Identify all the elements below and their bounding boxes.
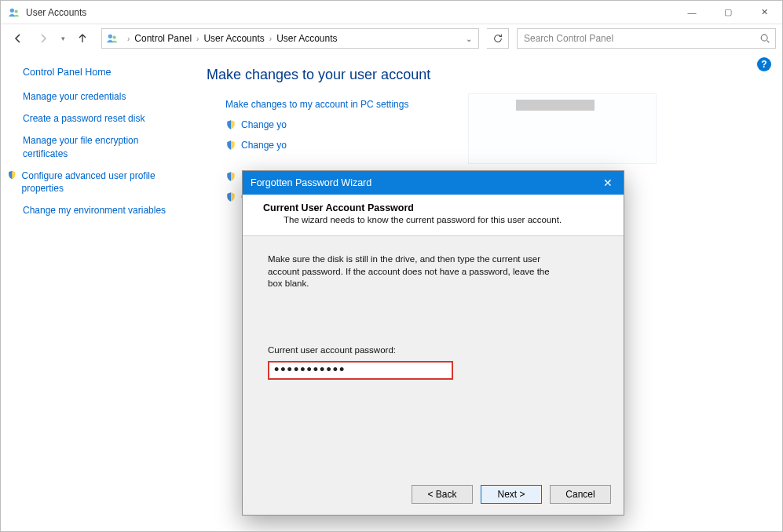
window-title: User Accounts [26,7,86,18]
cancel-button[interactable]: Cancel [550,485,611,504]
svg-point-1 [15,9,18,13]
shield-icon [225,171,236,182]
back-button[interactable]: < Back [412,485,473,504]
dialog-close-button[interactable]: ✕ [592,171,624,195]
search-icon[interactable] [755,33,775,44]
password-label: Current user account password: [268,345,598,355]
page-title: Make changes to your user account [207,67,765,83]
breadcrumb-expand[interactable]: ⌄ [463,35,475,43]
svg-point-3 [113,36,116,39]
sidebar-link-reset-disk[interactable]: Create a password reset disk [23,112,181,125]
wizard-dialog: Forgotten Password Wizard ✕ Current User… [242,170,624,516]
breadcrumb-item[interactable]: User Accounts [203,33,264,44]
next-button[interactable]: Next > [481,485,542,504]
sidebar-link-encryption[interactable]: Manage your file encryption certificates [23,134,181,159]
up-button[interactable] [71,27,93,49]
dialog-header: Current User Account Password The wizard… [243,195,624,236]
account-thumb [516,100,595,111]
navbar: ▾ › Control Panel › User Accounts › User… [1,24,782,53]
dialog-instruction: Make sure the disk is still in the drive… [268,253,551,290]
app-icon [7,5,21,20]
password-input[interactable]: ••••••••••• [268,361,453,380]
breadcrumb-item[interactable]: Control Panel [134,33,192,44]
back-button[interactable] [7,27,29,49]
breadcrumb-item[interactable]: User Accounts [276,33,337,44]
search-input[interactable] [518,29,755,48]
sidebar-link-profile-props[interactable]: Configure advanced user profile properti… [7,169,181,195]
titlebar: User Accounts — ▢ ✕ [1,1,782,24]
control-panel-home-link[interactable]: Control Panel Home [23,67,181,78]
shield-icon [225,191,236,202]
chevron-right-icon: › [127,35,130,43]
dialog-header-sub: The wizard needs to know the current pas… [284,215,603,224]
maximize-button[interactable]: ▢ [710,1,746,24]
content-area: Control Panel Home Manage your credentia… [1,53,782,531]
sidebar-link-env-vars[interactable]: Change my environment variables [23,204,181,217]
svg-point-4 [761,35,767,41]
shield-icon [225,140,236,151]
dialog-titlebar[interactable]: Forgotten Password Wizard ✕ [243,171,624,195]
dialog-body: Make sure the disk is still in the drive… [243,236,624,397]
help-icon[interactable]: ? [757,57,771,71]
refresh-button[interactable] [487,28,509,49]
chevron-right-icon: › [196,35,199,43]
close-button[interactable]: ✕ [746,1,782,24]
dialog-header-title: Current User Account Password [263,202,603,213]
dialog-button-row: < Back Next > Cancel [412,485,611,504]
forward-button[interactable] [32,27,54,49]
dialog-title: Forgotten Password Wizard [251,177,371,188]
sidebar-link-credentials[interactable]: Manage your credentials [23,90,181,103]
breadcrumb-bar[interactable]: › Control Panel › User Accounts › User A… [101,28,479,49]
sidebar: Control Panel Home Manage your credentia… [1,53,189,531]
breadcrumb-icon [105,31,119,46]
svg-point-2 [108,35,112,38]
shield-icon [7,169,17,180]
shield-icon [225,119,236,130]
search-wrap [517,28,776,49]
recent-dropdown[interactable]: ▾ [57,27,68,49]
chevron-right-icon: › [269,35,272,43]
account-card [468,93,657,164]
minimize-button[interactable]: — [674,1,710,24]
svg-point-0 [10,8,14,12]
